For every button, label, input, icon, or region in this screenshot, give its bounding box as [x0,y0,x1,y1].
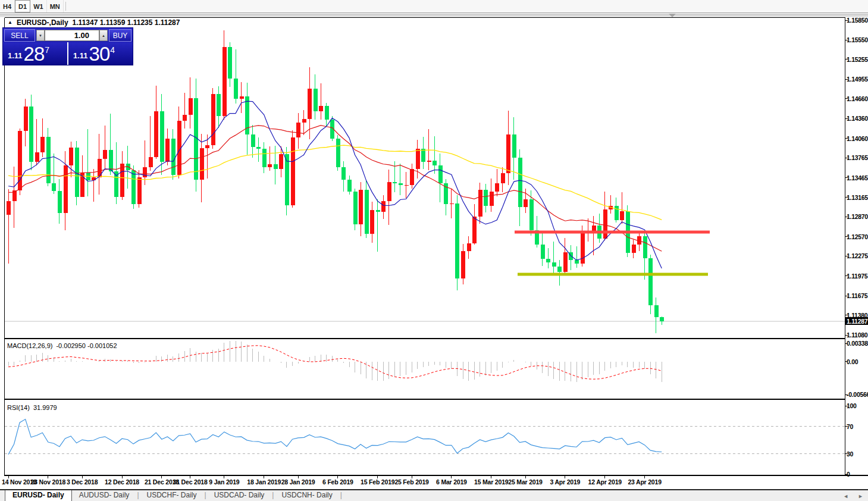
collapse-trade-panel-icon[interactable]: ▲ [8,20,12,25]
price-tick-label: 1.11080 [847,331,868,339]
date-tick-label: 6 Mar 2019 [436,478,467,486]
date-tick-label: 9 Jan 2019 [209,478,239,486]
toolbar-separator [65,2,66,11]
price-tick-label: 1.12570 [847,233,868,240]
chart-tab-usdcad[interactable]: USDCAD- Daily [207,490,272,501]
date-tick-label: 25 Feb 2019 [394,478,428,486]
buy-price-display[interactable]: 1.11 30 4 [68,42,133,65]
chart-symbol-period: EURUSD-,Daily [17,18,68,27]
chart-tab-eurusd[interactable]: EURUSD- Daily [5,489,72,501]
rsi-indicator-label: RSI(14)31.9979 [7,404,57,411]
chart-tab-audusd[interactable]: AUDUSD- Daily [72,490,137,501]
chart-tab-usdchf[interactable]: USDCHF- Daily [140,490,204,501]
chart-tab-bar: EURUSD- DailyAUDUSD- Daily|USDCHF- Daily… [0,489,868,501]
date-tick-label: 31 Dec 2018 [173,478,208,486]
price-tick-label: 1.13465 [847,174,868,181]
price-tick-label: 1.14955 [847,76,868,83]
date-tick-label: 15 Mar 2019 [474,478,508,486]
price-tick-label: 1.11975 [847,273,868,280]
date-tick-label: 23 Nov 2018 [31,478,66,486]
timeframe-button-w1[interactable]: W1 [30,0,47,12]
price-tick-label: 1.14360 [847,115,868,122]
rsi-name: RSI(14) [7,404,30,411]
sell-price-display[interactable]: 1.11 28 7 [3,42,67,65]
tab-scroll-left-icon[interactable]: ◄ [843,493,848,499]
buy-price-prefix: 1.11 [73,51,88,60]
date-tick-label: 15 Feb 2019 [361,478,394,486]
sell-button[interactable]: SELL [4,29,35,42]
buy-price-big: 30 [89,45,110,63]
price-tick-label: 1.13165 [847,194,868,201]
date-tick-label: 12 Apr 2019 [588,478,622,486]
chart-title: ▲ EURUSD-,Daily 1.11347 1.11359 1.11235 … [8,18,180,27]
lot-size-input[interactable] [45,30,99,41]
price-tick-label: 1.15850 [847,17,868,24]
quote-prices: 1.11 28 7 1.11 30 4 [3,42,133,65]
lot-decrease-button[interactable]: ▼ [36,30,45,41]
price-tick-label: 1.14660 [847,95,868,102]
one-click-trading-panel: SELL ▼ ▲ BUY 1.11 28 7 1.11 30 4 [2,27,133,65]
buy-price-sup: 4 [110,45,115,55]
timeframe-button-mn[interactable]: MN [47,0,64,12]
rsi-tick-label: 70 [847,423,868,430]
current-price-tag: 1.11287 [845,317,868,325]
date-tick-label: 23 Apr 2019 [628,478,661,486]
price-tick-label: 1.12870 [847,213,868,220]
timeframe-button-h4[interactable]: H4 [0,0,15,12]
price-tick-label: 1.14060 [847,135,868,142]
price-tick-label: 1.15255 [847,56,868,63]
timeframe-toolbar: H4D1W1MN [0,0,868,13]
price-tick-label: 1.12275 [847,252,868,259]
sell-price-big: 28 [24,45,45,63]
date-tick-label: 3 Apr 2019 [550,478,581,486]
tab-scroll-arrows: ◄ ► [843,493,863,499]
sell-price-prefix: 1.11 [8,51,23,60]
macd-tick-label: -0.005663 [847,391,868,398]
tab-scroll-right-icon[interactable]: ► [858,493,863,499]
chart-shift-marker-icon[interactable] [669,14,676,17]
date-tick-label: 6 Feb 2019 [322,478,353,486]
date-tick-label: 25 Mar 2019 [508,478,542,486]
chart-ohlc-quote: 1.11347 1.11359 1.11235 1.11287 [73,18,180,27]
rsi-tick-label: 100 [847,402,868,409]
chart-tab-usdcnh[interactable]: USDCNH- Daily [274,490,339,501]
date-tick-label: 18 Jan 2019 [247,478,281,486]
timeframe-button-d1[interactable]: D1 [15,0,30,12]
rsi-value: 31.9979 [33,404,57,411]
date-tick-label: 28 Jan 2019 [281,478,315,486]
macd-values: -0.002950 -0.001052 [56,342,117,349]
price-tick-label: 1.13765 [847,154,868,161]
rsi-tick-label: 0 [847,471,868,478]
chart-scroll-strip[interactable] [0,14,868,17]
lot-increase-button[interactable]: ▲ [99,30,108,41]
price-tick-label: 1.11675 [847,292,868,299]
buy-button[interactable]: BUY [109,29,131,42]
price-tick-label: 1.15550 [847,36,868,43]
date-tick-label: 12 Dec 2018 [105,478,139,486]
macd-tick-label: 0.00 [847,358,868,365]
macd-name: MACD(12,26,9) [7,342,52,349]
metatrader-window: { "toolbar": { "buttons": [ {"label": "H… [0,0,868,501]
sell-price-sup: 7 [45,45,49,55]
rsi-tick-label: 30 [847,450,868,458]
macd-indicator-label: MACD(12,26,9)-0.002950 -0.001052 [7,342,117,349]
chart-canvas[interactable] [0,0,868,501]
tab-separator: | [340,490,343,501]
date-tick-label: 3 Dec 2018 [67,478,98,486]
macd-tick-label: 0.003383 [847,340,868,347]
